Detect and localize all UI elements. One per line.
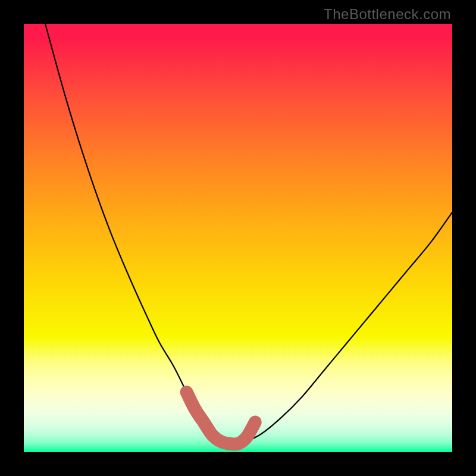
optimal-zone-highlight — [187, 392, 255, 444]
chart-container: TheBottleneck.com — [0, 0, 476, 476]
watermark-text: TheBottleneck.com — [324, 6, 451, 23]
curve-svg — [24, 24, 452, 452]
plot-area — [24, 24, 452, 452]
bottleneck-curve — [45, 24, 452, 445]
